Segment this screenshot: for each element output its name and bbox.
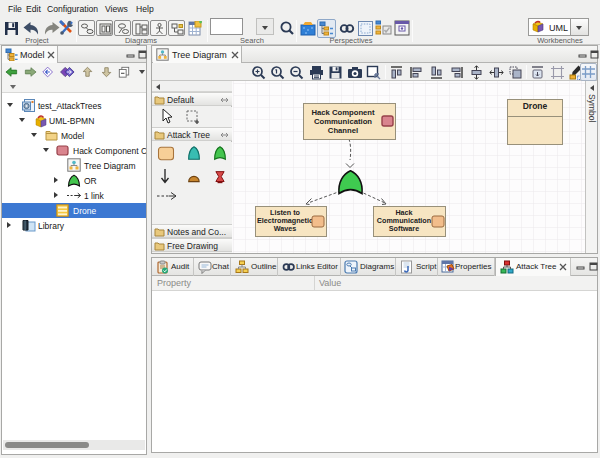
svg-text:Channel: Channel (328, 126, 358, 135)
svg-text:Software: Software (389, 224, 419, 233)
svg-text:Waves: Waves (274, 224, 297, 233)
svg-text:Communication: Communication (314, 117, 372, 126)
svg-text:Drone: Drone (523, 101, 548, 111)
svg-text:Hack Component: Hack Component (311, 108, 375, 117)
